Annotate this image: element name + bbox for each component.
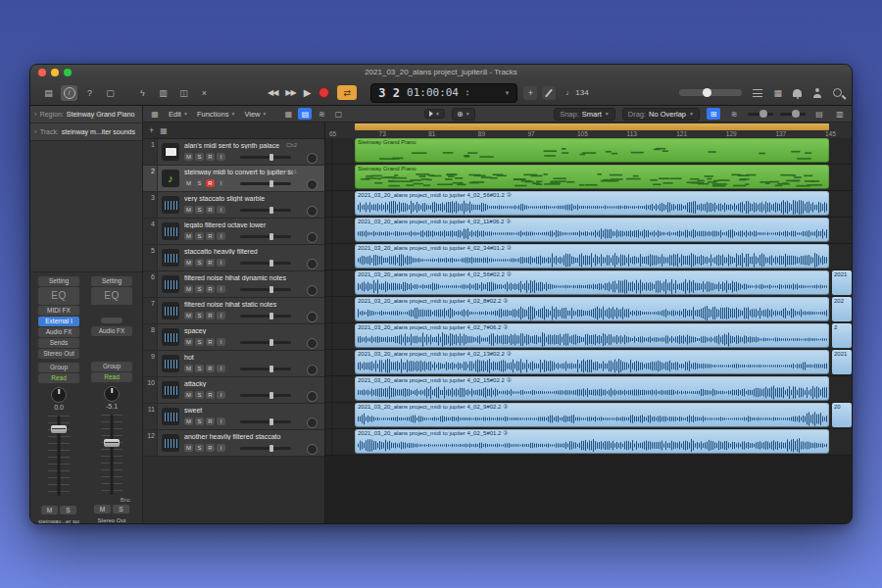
pencil-button[interactable] [542, 86, 556, 100]
solo-button[interactable]: S [195, 259, 204, 267]
solo-button[interactable]: S [195, 444, 204, 452]
record-enable-button[interactable]: R [206, 391, 215, 399]
pan-knob[interactable] [51, 387, 67, 403]
mixer-icon[interactable]: ▥ [155, 85, 172, 101]
drag-dropdown[interactable]: Drag: No Overlap ▼ [622, 108, 700, 121]
audio-region[interactable]: 2021_03_20_alans project_midi to jupiter… [355, 429, 829, 454]
track-lane[interactable]: 2021_03_20_alans project_midi to jupiter… [325, 270, 852, 297]
list-editors-icon[interactable] [753, 89, 762, 97]
record-enable-button[interactable]: R [206, 338, 215, 346]
track-header[interactable]: 12another heavily filtered staccatoMSRI [143, 430, 324, 457]
lcd-display[interactable]: 3 2 01:00:04 ▲▼ ▼ [370, 83, 517, 103]
cycle-region[interactable] [355, 123, 829, 130]
mute-button[interactable]: M [184, 232, 193, 240]
track-header[interactable]: 5staccatto heavily filteredMSRI [143, 245, 324, 271]
mute-button[interactable]: M [184, 312, 193, 319]
track-lane[interactable]: Steinway Grand Piano [325, 138, 852, 165]
track-lane[interactable]: 2021_03_20_alans project_midi to jupiter… [325, 429, 852, 456]
close-button[interactable] [38, 69, 46, 76]
track-inspector-row[interactable]: › Track: steinway m...iter sounds [30, 123, 142, 141]
track-pan-knob[interactable] [307, 312, 318, 322]
solo-button[interactable]: S [195, 153, 204, 161]
track-lane[interactable]: 2021_03_20_alans project_midi to jupiter… [325, 244, 852, 270]
catch-playhead-icon[interactable]: ▤ [298, 108, 312, 120]
track-volume-slider[interactable] [240, 394, 291, 397]
input-monitor-button[interactable]: I [217, 259, 225, 267]
duplicate-track-icon[interactable]: ▦ [160, 126, 168, 135]
editors-icon[interactable]: ◫ [175, 85, 192, 101]
strip-slot[interactable]: Setting [38, 276, 79, 286]
audio-region[interactable]: 2021_03_20_alans project_midi to jupiter… [355, 350, 829, 374]
track-pan-knob[interactable] [307, 365, 318, 375]
close-tool-icon[interactable]: × [196, 85, 213, 101]
pointer-tool-dropdown[interactable]: ▼ [424, 109, 445, 119]
smart-controls-icon[interactable]: ϟ [134, 85, 151, 101]
solo-button[interactable]: S [195, 312, 204, 319]
track-header[interactable]: 3very staccato slight warbleMSRI [143, 192, 324, 219]
view-grid-icon[interactable]: ▦ [281, 108, 295, 120]
record-enable-button[interactable]: R [206, 206, 215, 214]
master-volume-slider[interactable] [679, 89, 742, 96]
track-pan-knob[interactable] [307, 259, 318, 270]
strip-slot[interactable]: Stereo Out [38, 349, 79, 359]
audio-region[interactable]: 2021_03_20_alans project_midi to jupiter… [355, 297, 829, 321]
add-track-button[interactable]: + [149, 125, 154, 135]
track-header[interactable]: 4legato filtered octave lowerMSRI [143, 219, 324, 245]
record-button[interactable] [318, 87, 329, 98]
record-enable-button[interactable]: R [206, 285, 215, 293]
track-header[interactable]: 6filtered noise hihat dynamic notesMSRI [143, 271, 324, 298]
solo-button[interactable]: S [195, 338, 204, 346]
inspector-toggle-icon[interactable]: i [61, 85, 77, 101]
fullscreen-button[interactable] [64, 69, 72, 76]
input-monitor-button[interactable]: I [217, 444, 225, 452]
track-pan-knob[interactable] [307, 232, 318, 243]
toolbar-toggle-icon[interactable]: ▢ [102, 85, 119, 101]
volume-fader[interactable] [101, 415, 122, 495]
track-lane[interactable]: 2021_03_20_alans project_midi to jupiter… [325, 218, 852, 244]
menu-functions[interactable]: Functions▼ [197, 110, 235, 119]
lcd-mode-chevron-icon[interactable]: ▼ [504, 90, 510, 96]
solo-button[interactable]: S [195, 417, 204, 425]
solo-button[interactable]: S [195, 232, 204, 240]
zoom-preset-icon[interactable]: ▤ [812, 108, 826, 120]
input-monitor-button[interactable]: I [217, 232, 225, 240]
track-header[interactable]: 1alan's midi sent to synth palaceCh2MSRI [143, 139, 324, 166]
midi-region[interactable]: Steinway Grand Piano [355, 165, 829, 189]
mute-button[interactable]: M [184, 285, 193, 293]
strip-slot[interactable]: Audio FX [91, 326, 132, 336]
titlebar[interactable]: 2021_03_20_alans project_jupiter8 - Trac… [30, 65, 852, 81]
track-volume-slider[interactable] [240, 315, 291, 318]
solo-button[interactable]: S [195, 206, 204, 214]
menu-edit[interactable]: Edit▼ [169, 110, 188, 119]
mute-button[interactable]: M [184, 153, 193, 161]
track-header[interactable]: 7filtered noise hihat static notesMSRI [143, 298, 324, 324]
mute-button[interactable]: M [184, 365, 193, 372]
strip-slot[interactable]: Read [91, 372, 132, 382]
solo-button[interactable]: S [113, 505, 129, 514]
strip-slot[interactable]: External I [38, 317, 79, 326]
audio-region[interactable]: 2021_03_20_alans project_midi to jupiter… [355, 191, 829, 216]
horizontal-zoom-slider[interactable] [780, 113, 806, 116]
solo-button[interactable]: S [195, 179, 204, 187]
mute-button[interactable]: M [184, 391, 193, 399]
strip-slot[interactable]: Setting [91, 276, 132, 286]
mute-button[interactable]: M [184, 179, 193, 187]
record-enable-button[interactable]: R [206, 232, 215, 240]
rewind-button[interactable]: ◀◀ [268, 88, 277, 97]
track-pan-knob[interactable] [307, 153, 318, 164]
track-lane[interactable]: 2021_03_20_alans project_midi to jupiter… [325, 350, 852, 376]
track-lane[interactable]: 2021_03_20_alans project_midi to jupiter… [325, 403, 852, 429]
input-monitor-button[interactable]: I [217, 365, 225, 372]
play-button[interactable]: ▶ [304, 87, 312, 98]
tempo-display[interactable]: ♩ 134 [565, 88, 588, 97]
record-enable-button[interactable]: R [206, 179, 215, 187]
strip-slot[interactable]: Read [38, 373, 79, 383]
input-monitor-button[interactable]: I [217, 417, 225, 425]
track-volume-slider[interactable] [240, 368, 291, 370]
quick-help-icon[interactable]: ? [81, 85, 98, 101]
record-enable-button[interactable]: R [206, 153, 215, 161]
track-volume-slider[interactable] [240, 209, 291, 212]
pan-knob[interactable] [104, 386, 120, 402]
solo-button[interactable]: S [195, 391, 204, 399]
arrange-area[interactable]: 6573818997105113121129137145 Steinway Gr… [325, 122, 852, 523]
